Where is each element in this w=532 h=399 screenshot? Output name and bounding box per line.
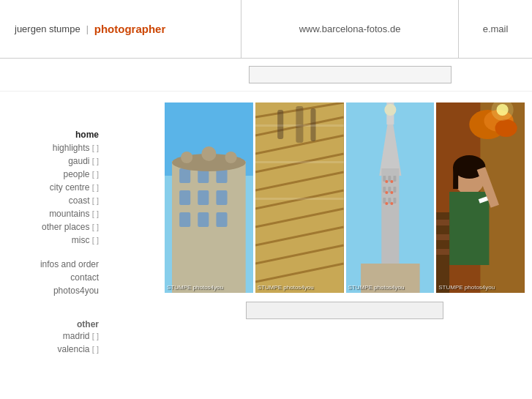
svg-rect-67 <box>449 192 489 265</box>
sidebar: home highlights [ ] gaudi [ ] people [ ]… <box>0 92 106 370</box>
svg-rect-72 <box>436 234 449 240</box>
svg-point-13 <box>181 152 192 163</box>
svg-point-38 <box>384 104 396 116</box>
subheader <box>0 59 532 92</box>
bracket-mountains: [ ] <box>92 209 99 218</box>
svg-rect-8 <box>216 190 227 205</box>
svg-rect-33 <box>255 198 344 200</box>
svg-point-53 <box>385 202 388 205</box>
nav-infos-and-order[interactable]: infos and order <box>0 258 99 271</box>
svg-point-61 <box>495 119 517 137</box>
photo-4: STUMPE photos4you <box>436 102 525 293</box>
nav-mountains[interactable]: mountains [ ] <box>0 207 99 220</box>
nav-people[interactable]: people [ ] <box>0 168 99 181</box>
subheader-right <box>459 59 532 91</box>
nav-highlights[interactable]: highlights [ ] <box>0 141 99 154</box>
header-separator: | <box>86 24 89 34</box>
search-input[interactable] <box>249 66 452 83</box>
svg-point-54 <box>390 202 393 205</box>
photo-2: STUMPE photos4you <box>255 102 344 293</box>
header-center: www.barcelona-fotos.de <box>241 0 459 58</box>
photo-1-label: STUMPE photos4you <box>167 284 223 291</box>
subheader-center <box>241 59 459 91</box>
bracket-valencia: [ ] <box>92 345 99 354</box>
svg-rect-47 <box>388 198 391 204</box>
svg-point-52 <box>390 191 393 194</box>
photo-3-label: STUMPE photos4you <box>348 284 405 291</box>
bracket-gaudi: [ ] <box>92 157 99 165</box>
svg-rect-3 <box>179 168 190 183</box>
svg-rect-9 <box>179 212 190 227</box>
svg-rect-10 <box>198 212 209 227</box>
nav-gaudi[interactable]: gaudi [ ] <box>0 154 99 168</box>
svg-point-14 <box>201 146 216 161</box>
photo-1-svg <box>165 102 253 293</box>
svg-rect-66 <box>453 167 458 189</box>
svg-rect-73 <box>436 249 449 255</box>
svg-rect-44 <box>388 187 391 193</box>
svg-rect-7 <box>198 190 209 205</box>
svg-rect-45 <box>393 187 396 193</box>
header-left: juergen stumpe | photographer <box>0 0 241 58</box>
svg-rect-32 <box>255 161 344 163</box>
nav-coast[interactable]: coast [ ] <box>0 194 99 207</box>
header: juergen stumpe | photographer www.barcel… <box>0 0 532 59</box>
svg-rect-48 <box>393 198 396 204</box>
nav-madrid[interactable]: madrid [ ] <box>0 329 99 343</box>
subheader-left <box>0 59 241 91</box>
bottom-search-input[interactable] <box>246 302 443 319</box>
nav-contact[interactable]: contact <box>0 271 99 284</box>
svg-point-15 <box>225 152 237 163</box>
svg-rect-39 <box>381 168 399 278</box>
main-photo-area: STUMPE photos4you <box>106 92 532 370</box>
bracket-city-centre: [ ] <box>92 183 99 192</box>
photo-4-label: STUMPE photos4you <box>438 284 495 291</box>
nav-other-section-label: other <box>77 318 99 331</box>
svg-rect-42 <box>393 176 396 182</box>
bracket-coast: [ ] <box>92 196 99 205</box>
bracket-people: [ ] <box>92 170 99 179</box>
bracket-highlights: [ ] <box>92 143 99 152</box>
bracket-madrid: [ ] <box>92 332 99 340</box>
svg-point-51 <box>385 191 388 194</box>
site-role-label: photographer <box>94 23 166 35</box>
bracket-misc: [ ] <box>92 236 99 245</box>
site-url[interactable]: www.barcelona-fotos.de <box>299 23 401 34</box>
nav-home[interactable]: home <box>0 128 99 141</box>
photo-4-svg <box>436 102 525 293</box>
svg-rect-41 <box>388 176 391 182</box>
photo-1: STUMPE photos4you <box>165 102 253 293</box>
nav-valencia[interactable]: valencia [ ] <box>0 343 99 356</box>
nav-other-places[interactable]: other places [ ] <box>0 220 99 234</box>
svg-rect-31 <box>255 124 344 127</box>
email-link[interactable]: e.mail <box>483 23 509 34</box>
svg-point-50 <box>390 180 393 183</box>
nav-misc[interactable]: misc [ ] <box>0 234 99 247</box>
nav-photos4you[interactable]: photos4you <box>0 284 99 297</box>
photo-2-svg <box>255 102 344 293</box>
header-right: e.mail <box>459 0 532 58</box>
svg-rect-11 <box>216 212 227 227</box>
photo-3-svg <box>346 102 435 293</box>
site-author-name: juergen stumpe <box>15 23 80 34</box>
svg-point-49 <box>385 180 388 183</box>
nav-city-centre[interactable]: city centre [ ] <box>0 181 99 194</box>
svg-rect-6 <box>179 190 190 205</box>
photo-grid: STUMPE photos4you <box>165 102 525 293</box>
photo-3: STUMPE photos4you <box>346 102 435 293</box>
photo-2-label: STUMPE photos4you <box>258 284 314 291</box>
svg-rect-71 <box>436 220 449 225</box>
bracket-other-places: [ ] <box>92 223 99 231</box>
main-content: home highlights [ ] gaudi [ ] people [ ]… <box>0 92 532 370</box>
